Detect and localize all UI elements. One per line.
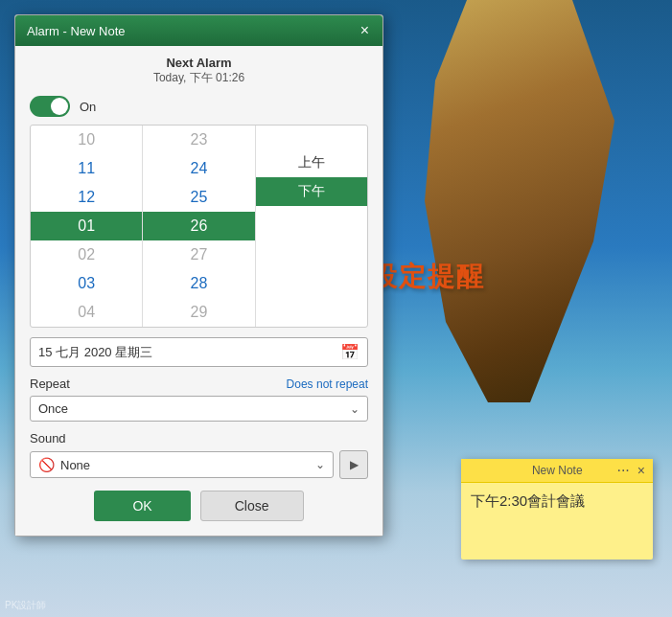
hours-column: 10 11 12 01 02 03 04 <box>31 126 143 327</box>
sound-value: None <box>60 458 315 472</box>
hour-04[interactable]: 04 <box>31 298 142 327</box>
repeat-row: Repeat Does not repeat <box>30 377 368 391</box>
min-25[interactable]: 25 <box>143 183 254 212</box>
toggle-row: On <box>30 96 368 117</box>
no-sound-icon: 🚫 <box>38 457 55 472</box>
period-pm[interactable]: 下午 <box>256 177 367 206</box>
date-row[interactable]: 15 七月 2020 星期三 📅 <box>30 337 368 367</box>
pk-watermark: PK設計師 <box>5 599 46 612</box>
sound-dropdown[interactable]: 🚫 None ⌄ <box>30 451 334 478</box>
min-23[interactable]: 23 <box>143 126 254 154</box>
period-empty-1 <box>256 126 367 137</box>
sticky-content[interactable]: 下午2:30會計會議 <box>461 483 653 560</box>
period-column: 上午 下午 <box>256 126 367 327</box>
close-dialog-button[interactable]: Close <box>200 491 304 521</box>
min-24[interactable]: 24 <box>143 154 254 183</box>
watermark-text: 設定提醒 <box>370 259 485 295</box>
min-27[interactable]: 27 <box>143 240 254 269</box>
next-alarm-time: Today, 下午 01:26 <box>30 70 368 86</box>
date-text: 15 七月 2020 星期三 <box>38 344 340 361</box>
button-row: OK Close <box>30 491 368 526</box>
period-am[interactable]: 上午 <box>256 149 367 177</box>
minutes-column: 23 24 25 26 27 28 29 <box>143 126 255 327</box>
hour-10[interactable]: 10 <box>31 126 142 154</box>
sticky-title-bar: New Note ··· × <box>461 459 653 483</box>
hour-11[interactable]: 11 <box>31 154 142 183</box>
next-alarm-label: Next Alarm <box>30 56 368 70</box>
does-not-repeat-link[interactable]: Does not repeat <box>287 377 368 391</box>
sticky-title: New Note <box>498 464 616 477</box>
repeat-dropdown[interactable]: Once ⌄ <box>30 396 368 422</box>
sound-row: 🚫 None ⌄ ▶ <box>30 450 368 479</box>
period-empty-4 <box>256 217 367 229</box>
hour-03[interactable]: 03 <box>31 269 142 298</box>
hour-02[interactable]: 02 <box>31 240 142 269</box>
sticky-close-button[interactable]: × <box>637 464 645 477</box>
period-empty-3 <box>256 206 367 217</box>
next-alarm-section: Next Alarm Today, 下午 01:26 <box>30 56 368 86</box>
alarm-close-button[interactable]: × <box>359 23 371 38</box>
sound-label: Sound <box>30 431 368 446</box>
alarm-title-bar: Alarm - New Note × <box>15 15 382 46</box>
period-empty-2 <box>256 137 367 149</box>
alarm-dialog: Alarm - New Note × Next Alarm Today, 下午 … <box>14 14 383 537</box>
repeat-value: Once <box>38 401 350 416</box>
repeat-chevron-icon: ⌄ <box>350 402 359 416</box>
hour-12[interactable]: 12 <box>31 183 142 212</box>
time-picker: 10 11 12 01 02 03 04 23 24 25 26 27 28 2… <box>30 125 368 328</box>
sticky-menu-button[interactable]: ··· <box>616 463 629 478</box>
sticky-note: New Note ··· × 下午2:30會計會議 <box>461 459 653 560</box>
ok-button[interactable]: OK <box>94 491 190 521</box>
min-26[interactable]: 26 <box>143 212 254 240</box>
hour-01[interactable]: 01 <box>31 212 142 240</box>
repeat-label: Repeat <box>30 377 70 391</box>
period-empty-5 <box>256 229 367 240</box>
min-28[interactable]: 28 <box>143 269 254 298</box>
calendar-icon[interactable]: 📅 <box>340 343 359 361</box>
alarm-content: Next Alarm Today, 下午 01:26 On 10 11 12 0… <box>15 46 382 536</box>
sticky-controls: ··· × <box>616 463 645 478</box>
min-29[interactable]: 29 <box>143 298 254 327</box>
play-button[interactable]: ▶ <box>339 450 368 479</box>
toggle-label: On <box>80 100 96 114</box>
sound-chevron-icon: ⌄ <box>315 458 325 471</box>
on-off-toggle[interactable] <box>30 96 70 117</box>
alarm-title: Alarm - New Note <box>27 24 126 38</box>
